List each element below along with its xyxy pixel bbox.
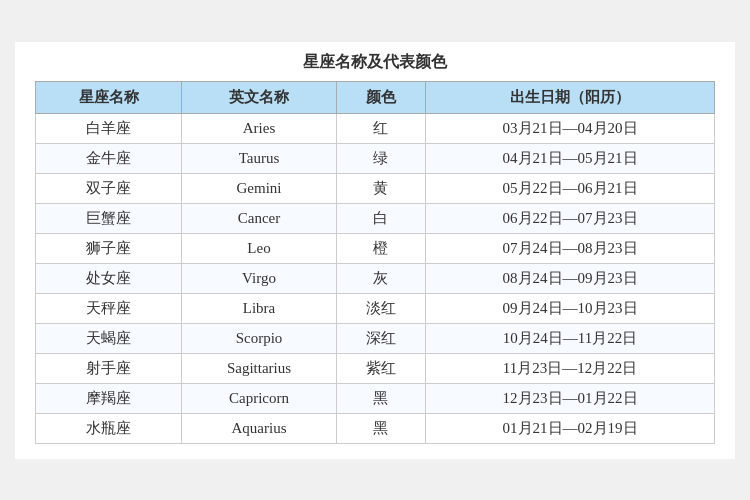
cell-color: 黑 <box>336 413 425 443</box>
cell-color: 紫红 <box>336 353 425 383</box>
table-row: 天蝎座Scorpio深红10月24日—11月22日 <box>36 323 715 353</box>
header-chinese-name: 星座名称 <box>36 81 182 113</box>
table-row: 水瓶座Aquarius黑01月21日—02月19日 <box>36 413 715 443</box>
cell-dates: 01月21日—02月19日 <box>426 413 715 443</box>
cell-color: 淡红 <box>336 293 425 323</box>
cell-english-name: Libra <box>182 293 336 323</box>
cell-dates: 04月21日—05月21日 <box>426 143 715 173</box>
cell-dates: 07月24日—08月23日 <box>426 233 715 263</box>
cell-english-name: Leo <box>182 233 336 263</box>
table-row: 处女座Virgo灰08月24日—09月23日 <box>36 263 715 293</box>
table-header-row: 星座名称 英文名称 颜色 出生日期（阳历） <box>36 81 715 113</box>
cell-dates: 08月24日—09月23日 <box>426 263 715 293</box>
table-row: 射手座Sagittarius紫红11月23日—12月22日 <box>36 353 715 383</box>
zodiac-table: 星座名称 英文名称 颜色 出生日期（阳历） 白羊座Aries红03月21日—04… <box>35 81 715 444</box>
cell-dates: 09月24日—10月23日 <box>426 293 715 323</box>
table-row: 白羊座Aries红03月21日—04月20日 <box>36 113 715 143</box>
table-row: 摩羯座Capricorn黑12月23日—01月22日 <box>36 383 715 413</box>
page-title: 星座名称及代表颜色 <box>35 52 715 73</box>
cell-english-name: Sagittarius <box>182 353 336 383</box>
cell-color: 橙 <box>336 233 425 263</box>
cell-color: 深红 <box>336 323 425 353</box>
cell-dates: 12月23日—01月22日 <box>426 383 715 413</box>
header-color: 颜色 <box>336 81 425 113</box>
cell-color: 黑 <box>336 383 425 413</box>
cell-color: 白 <box>336 203 425 233</box>
header-english-name: 英文名称 <box>182 81 336 113</box>
table-row: 双子座Gemini黄05月22日—06月21日 <box>36 173 715 203</box>
table-row: 狮子座Leo橙07月24日—08月23日 <box>36 233 715 263</box>
cell-english-name: Cancer <box>182 203 336 233</box>
cell-chinese-name: 金牛座 <box>36 143 182 173</box>
cell-color: 红 <box>336 113 425 143</box>
cell-chinese-name: 处女座 <box>36 263 182 293</box>
cell-color: 绿 <box>336 143 425 173</box>
cell-chinese-name: 天秤座 <box>36 293 182 323</box>
cell-color: 黄 <box>336 173 425 203</box>
cell-color: 灰 <box>336 263 425 293</box>
table-row: 金牛座Taurus绿04月21日—05月21日 <box>36 143 715 173</box>
table-row: 天秤座Libra淡红09月24日—10月23日 <box>36 293 715 323</box>
cell-chinese-name: 巨蟹座 <box>36 203 182 233</box>
cell-chinese-name: 双子座 <box>36 173 182 203</box>
header-dates: 出生日期（阳历） <box>426 81 715 113</box>
cell-english-name: Taurus <box>182 143 336 173</box>
cell-chinese-name: 狮子座 <box>36 233 182 263</box>
cell-english-name: Virgo <box>182 263 336 293</box>
cell-english-name: Aquarius <box>182 413 336 443</box>
cell-english-name: Scorpio <box>182 323 336 353</box>
main-container: 星座名称及代表颜色 星座名称 英文名称 颜色 出生日期（阳历） 白羊座Aries… <box>15 42 735 459</box>
cell-english-name: Aries <box>182 113 336 143</box>
cell-chinese-name: 天蝎座 <box>36 323 182 353</box>
cell-dates: 05月22日—06月21日 <box>426 173 715 203</box>
table-row: 巨蟹座Cancer白06月22日—07月23日 <box>36 203 715 233</box>
cell-chinese-name: 射手座 <box>36 353 182 383</box>
cell-english-name: Gemini <box>182 173 336 203</box>
cell-chinese-name: 摩羯座 <box>36 383 182 413</box>
cell-english-name: Capricorn <box>182 383 336 413</box>
cell-chinese-name: 水瓶座 <box>36 413 182 443</box>
cell-dates: 10月24日—11月22日 <box>426 323 715 353</box>
cell-dates: 06月22日—07月23日 <box>426 203 715 233</box>
cell-dates: 03月21日—04月20日 <box>426 113 715 143</box>
cell-dates: 11月23日—12月22日 <box>426 353 715 383</box>
cell-chinese-name: 白羊座 <box>36 113 182 143</box>
